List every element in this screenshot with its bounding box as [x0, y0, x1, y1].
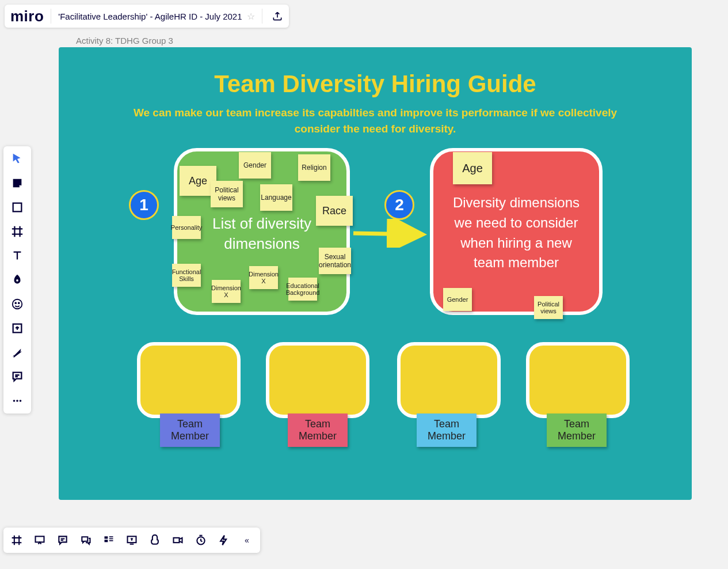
svg-rect-13 — [109, 536, 113, 537]
svg-line-9 — [353, 233, 419, 234]
svg-rect-15 — [109, 540, 113, 541]
team-label-2[interactable]: Team Member — [288, 414, 348, 447]
sticky-dimx1[interactable]: Dimension X — [249, 266, 278, 289]
sticky-race[interactable]: Race — [316, 196, 353, 226]
export-icon[interactable] — [272, 10, 283, 22]
activity-icon[interactable] — [218, 534, 230, 547]
svg-point-6 — [13, 400, 16, 402]
select-tool-icon[interactable] — [10, 152, 24, 166]
sticky-note-tool-icon[interactable] — [10, 176, 24, 190]
voting-icon[interactable] — [148, 534, 161, 547]
sticky-functional[interactable]: Functional Skills — [172, 264, 201, 287]
canvas-frame[interactable]: Team Diversity Hiring Guide We can make … — [59, 47, 692, 500]
svg-rect-14 — [109, 538, 113, 540]
board-title[interactable]: 'Facilitative Leadership' - AgileHR ID -… — [58, 12, 242, 21]
miro-logo: miro — [10, 7, 44, 25]
emoji-tool-icon[interactable] — [10, 297, 24, 311]
arrow-right-icon — [351, 219, 429, 248]
frames-icon[interactable] — [10, 534, 23, 547]
svg-rect-0 — [13, 203, 22, 212]
team-label-4[interactable]: Team Member — [547, 414, 607, 447]
step-badge-2: 2 — [384, 190, 414, 220]
text-tool-icon[interactable] — [10, 249, 24, 263]
page-title: Team Diversity Hiring Guide — [59, 70, 692, 98]
left-toolbar — [3, 146, 31, 414]
sticky-sexual[interactable]: Sexual orientation — [319, 248, 351, 274]
upload-tool-icon[interactable] — [10, 321, 24, 335]
star-icon[interactable]: ☆ — [247, 11, 255, 22]
svg-point-8 — [20, 400, 22, 402]
page-subtitle: We can make our team increase its capabi… — [128, 105, 623, 136]
sticky-political-2[interactable]: Political views — [534, 296, 563, 319]
team-member-box-2[interactable] — [266, 342, 369, 418]
more-tools-icon[interactable] — [10, 394, 24, 408]
svg-rect-17 — [174, 538, 180, 543]
sticky-dimx2[interactable]: Dimension X — [212, 280, 241, 303]
sticky-age-2[interactable]: Age — [453, 152, 492, 184]
comment-tool-icon[interactable] — [10, 370, 24, 384]
box-2-title: Diversity dimensions we need to consider… — [433, 193, 599, 273]
step-badge-1: 1 — [129, 190, 159, 220]
shape-tool-icon[interactable] — [10, 200, 24, 214]
team-member-box-1[interactable] — [137, 342, 241, 418]
collapse-toolbar-icon[interactable]: « — [241, 534, 253, 547]
divider — [51, 9, 51, 24]
sticky-language[interactable]: Language — [260, 184, 292, 211]
video-icon[interactable] — [171, 534, 184, 547]
connector-tool-icon[interactable] — [10, 346, 24, 359]
divider — [262, 9, 262, 24]
svg-point-3 — [15, 302, 16, 304]
sticky-religion[interactable]: Religion — [298, 154, 330, 181]
svg-rect-11 — [105, 536, 108, 538]
svg-point-2 — [13, 299, 22, 309]
team-member-box-4[interactable] — [526, 342, 630, 418]
top-bar: miro 'Facilitative Leadership' - AgileHR… — [5, 5, 289, 28]
bottom-toolbar: « — [3, 528, 260, 553]
svg-point-7 — [16, 400, 18, 402]
pen-tool-icon[interactable] — [10, 273, 24, 287]
frame-tool-icon[interactable] — [10, 225, 24, 238]
sticky-edu[interactable]: Educational Background — [288, 278, 317, 301]
breadcrumb: Activity 8: TDHG Group 3 — [76, 36, 173, 45]
sticky-personality[interactable]: Personality — [172, 216, 201, 239]
svg-rect-12 — [105, 540, 108, 542]
timer-icon[interactable] — [195, 534, 207, 547]
team-label-1[interactable]: Team Member — [160, 414, 220, 447]
sticky-gender[interactable]: Gender — [239, 152, 271, 179]
presentation-icon[interactable] — [33, 534, 46, 547]
chat-icon[interactable] — [79, 534, 92, 547]
screen-share-icon[interactable] — [125, 534, 138, 547]
sticky-gender-2[interactable]: Gender — [443, 288, 472, 311]
team-label-3[interactable]: Team Member — [417, 414, 477, 447]
svg-point-1 — [16, 279, 18, 282]
card-list-icon[interactable] — [102, 534, 115, 547]
svg-point-4 — [18, 302, 20, 304]
team-member-box-3[interactable] — [397, 342, 501, 418]
comments-icon[interactable] — [56, 534, 69, 547]
sticky-political[interactable]: Political views — [211, 181, 243, 207]
